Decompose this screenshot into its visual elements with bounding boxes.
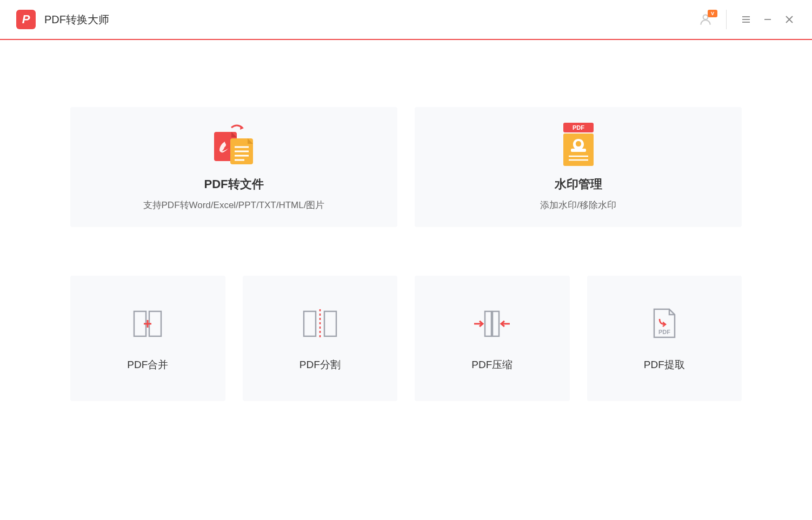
minimize-icon [762,14,773,25]
user-account-button[interactable]: V [695,9,716,30]
main-cards-row: PDF转文件 支持PDF转Word/Excel/PPT/TXT/HTML/图片 … [70,107,742,227]
pdf-compress-card[interactable]: PDF压缩 [415,276,570,401]
watermark-card[interactable]: PDF 水印管理 添加水印/移除水印 [415,107,742,227]
card-title: PDF提取 [644,358,685,372]
app-logo-icon: P [16,10,36,29]
svg-rect-26 [485,311,491,336]
app-title: PDF转换大师 [44,12,109,27]
svg-text:PDF: PDF [658,329,670,335]
title-right: V [695,9,800,30]
card-desc: 添加水印/移除水印 [540,199,616,211]
card-desc: 支持PDF转Word/Excel/PPT/TXT/HTML/图片 [143,199,325,211]
svg-text:PDF: PDF [573,124,584,131]
card-title: PDF转文件 [204,176,264,192]
svg-rect-27 [492,311,499,336]
pdf-split-icon [301,305,340,343]
pdf-convert-icon [210,123,258,166]
pdf-compress-icon [471,305,513,343]
card-title: PDF压缩 [471,358,513,372]
svg-rect-23 [304,311,316,336]
watermark-icon: PDF [561,123,596,166]
main-area: PDF转文件 支持PDF转Word/Excel/PPT/TXT/HTML/图片 … [0,40,812,401]
close-button[interactable] [778,9,800,30]
pdf-extract-card[interactable]: PDF PDF提取 [587,276,742,401]
vip-badge-icon: V [708,10,717,17]
card-title: PDF分割 [299,358,341,372]
menu-button[interactable] [735,9,757,30]
title-bar: P PDF转换大师 V [0,0,812,40]
pdf-merge-icon [131,305,164,343]
svg-rect-24 [324,311,336,336]
hamburger-icon [741,14,751,25]
pdf-merge-card[interactable]: PDF合并 [70,276,225,401]
close-icon [784,14,795,25]
tool-cards-row: PDF合并 PDF分割 [70,276,742,401]
card-title: 水印管理 [555,176,602,192]
pdf-convert-card[interactable]: PDF转文件 支持PDF转Word/Excel/PPT/TXT/HTML/图片 [70,107,397,227]
separator [726,10,727,29]
pdf-extract-icon: PDF [649,305,680,343]
pdf-split-card[interactable]: PDF分割 [243,276,398,401]
title-left: P PDF转换大师 [16,10,109,29]
card-title: PDF合并 [127,358,168,372]
svg-rect-16 [571,149,586,152]
minimize-button[interactable] [757,9,778,30]
